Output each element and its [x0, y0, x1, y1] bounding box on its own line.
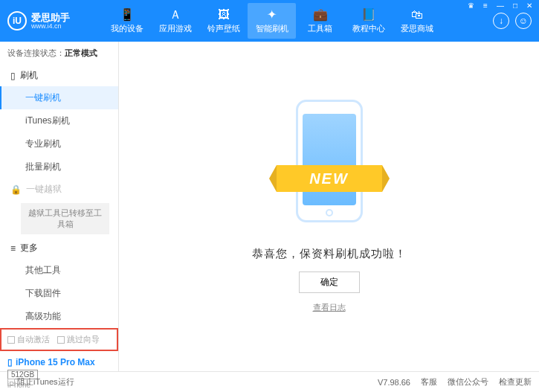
titlebar-gift-icon[interactable]: ♛ — [465, 1, 477, 10]
window-maximize-icon[interactable]: □ — [511, 1, 520, 10]
nav-item-2[interactable]: 🖼铃声壁纸 — [199, 3, 248, 39]
sidebar-item-flash-2[interactable]: 专业刷机 — [0, 132, 118, 155]
user-icon[interactable]: ☺ — [515, 13, 532, 29]
download-icon[interactable]: ↓ — [493, 13, 509, 29]
window-minimize-icon[interactable]: — — [494, 1, 506, 10]
sidebar-item-more-2[interactable]: 高级功能 — [0, 305, 118, 328]
sidebar-group-jailbreak[interactable]: 🔒 一键越狱 — [0, 179, 118, 200]
phone-illustration: NEW — [281, 100, 378, 234]
jailbreak-moved-note: 越狱工具已转移至工具箱 — [21, 203, 109, 234]
main-content: NEW 恭喜您，保资料刷机成功啦！ 确定 查看日志 — [119, 42, 539, 371]
lock-icon: 🔒 — [10, 184, 22, 195]
footer-link-support[interactable]: 客服 — [421, 376, 437, 388]
footer-link-update[interactable]: 检查更新 — [499, 376, 532, 388]
sidebar-item-more-0[interactable]: 其他工具 — [0, 259, 118, 282]
nav-icon: 📱 — [103, 7, 151, 22]
connection-status: 设备连接状态：正常模式 — [0, 42, 118, 65]
auto-activate-checkbox[interactable]: 自动激活 — [7, 334, 50, 345]
nav-item-0[interactable]: 📱我的设备 — [103, 3, 151, 39]
sidebar-item-flash-3[interactable]: 批量刷机 — [0, 155, 118, 179]
view-log-link[interactable]: 查看日志 — [313, 302, 346, 313]
success-message: 恭喜您，保资料刷机成功啦！ — [252, 247, 407, 261]
sidebar: 设备连接状态：正常模式 ▯ 刷机 一键刷机iTunes刷机专业刷机批量刷机 🔒 … — [0, 42, 119, 371]
footer-link-wechat[interactable]: 微信公众号 — [448, 376, 488, 388]
nav-item-5[interactable]: 📘教程中心 — [344, 3, 393, 39]
nav-item-3[interactable]: ✦智能刷机 — [248, 3, 296, 39]
sidebar-item-more-1[interactable]: 下载固件 — [0, 282, 118, 305]
nav-icon: ✦ — [248, 7, 296, 22]
top-nav: 📱我的设备Ａ应用游戏🖼铃声壁纸✦智能刷机💼工具箱📘教程中心🛍爱思商城 — [103, 3, 493, 39]
device-icon: ▯ — [10, 71, 16, 81]
block-itunes-checkbox[interactable]: 阻止iTunes运行 — [7, 376, 74, 388]
sidebar-item-flash-1[interactable]: iTunes刷机 — [0, 109, 118, 132]
logo-title: 爱思助手 — [31, 13, 70, 22]
more-icon: ≡ — [10, 243, 16, 254]
nav-icon: 🖼 — [199, 7, 248, 22]
ok-button[interactable]: 确定 — [299, 271, 360, 293]
nav-icon: 📘 — [344, 7, 393, 22]
phone-icon: ▯ — [7, 357, 13, 367]
app-header: iU 爱思助手 www.i4.cn 📱我的设备Ａ应用游戏🖼铃声壁纸✦智能刷机💼工… — [0, 0, 539, 42]
logo-subtitle: www.i4.cn — [31, 22, 70, 30]
nav-item-1[interactable]: Ａ应用游戏 — [151, 3, 199, 39]
sidebar-item-flash-0[interactable]: 一键刷机 — [0, 86, 118, 109]
nav-item-4[interactable]: 💼工具箱 — [296, 3, 344, 39]
version-label: V7.98.66 — [378, 378, 410, 387]
window-close-icon[interactable]: ✕ — [524, 1, 535, 10]
sidebar-group-flash[interactable]: ▯ 刷机 — [0, 65, 118, 86]
options-highlight: 自动激活 跳过向导 — [0, 328, 118, 351]
app-logo: iU 爱思助手 www.i4.cn — [7, 11, 103, 30]
titlebar-menu-icon[interactable]: ≡ — [481, 1, 490, 10]
nav-icon: Ａ — [151, 7, 199, 22]
new-ribbon: NEW — [277, 165, 382, 192]
sidebar-group-more[interactable]: ≡ 更多 — [0, 237, 118, 259]
skip-guide-checkbox[interactable]: 跳过向导 — [57, 334, 100, 345]
logo-icon: iU — [7, 11, 27, 30]
nav-icon: 🛍 — [393, 7, 441, 22]
nav-item-6[interactable]: 🛍爱思商城 — [393, 3, 441, 39]
nav-icon: 💼 — [296, 7, 344, 22]
